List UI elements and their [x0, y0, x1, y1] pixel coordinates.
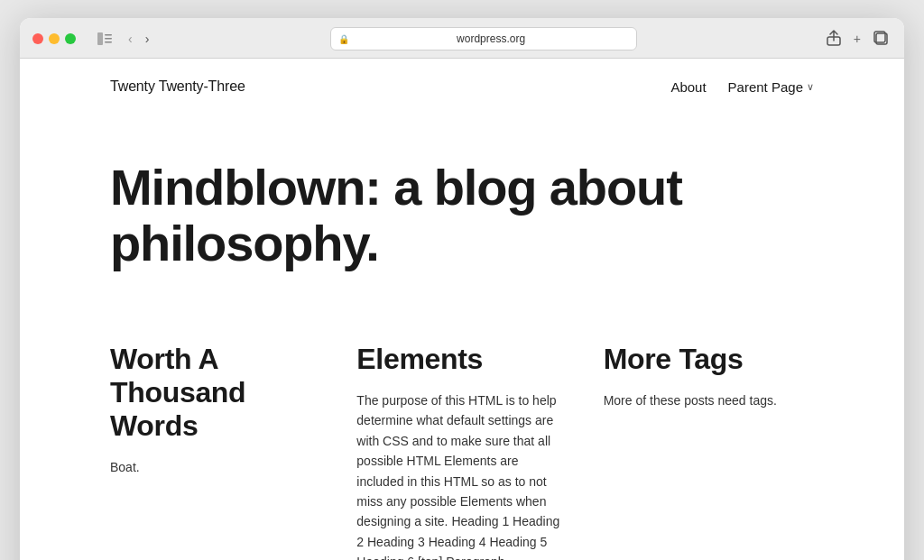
- post-card: Elements The purpose of this HTML is to …: [356, 343, 567, 560]
- browser-actions: +: [823, 28, 892, 50]
- browser-window: ‹ › 🔒 wordpress.org +: [20, 18, 904, 560]
- url-text: wordpress.org: [354, 32, 629, 45]
- close-button[interactable]: [32, 33, 43, 44]
- sidebar-toggle-button[interactable]: [92, 30, 117, 48]
- share-icon[interactable]: [823, 28, 845, 50]
- nav-parent-page-label: Parent Page: [728, 79, 803, 95]
- lock-icon: 🔒: [338, 34, 349, 44]
- hero-section: Mindblown: a blog about philosophy.: [20, 115, 904, 325]
- svg-rect-3: [105, 41, 112, 43]
- site-header: Twenty Twenty-Three About Parent Page ∨: [20, 59, 904, 115]
- hero-title: Mindblown: a blog about philosophy.: [110, 160, 814, 271]
- svg-rect-2: [105, 38, 112, 40]
- post-excerpt: The purpose of this HTML is to help dete…: [356, 390, 567, 560]
- new-tab-icon[interactable]: +: [850, 30, 864, 48]
- post-card: Worth A Thousand Words Boat. October 17,…: [110, 343, 320, 560]
- windows-icon[interactable]: [870, 29, 892, 50]
- site-nav: About Parent Page ∨: [670, 79, 814, 95]
- address-bar-wrapper: 🔒 wordpress.org: [160, 27, 806, 50]
- site-title: Twenty Twenty-Three: [110, 78, 245, 95]
- maximize-button[interactable]: [65, 33, 76, 44]
- browser-chrome: ‹ › 🔒 wordpress.org +: [20, 18, 904, 59]
- back-button[interactable]: ‹: [126, 32, 134, 46]
- address-bar[interactable]: 🔒 wordpress.org: [330, 27, 637, 50]
- svg-rect-0: [97, 32, 103, 45]
- minimize-button[interactable]: [49, 33, 60, 44]
- forward-button[interactable]: ›: [143, 32, 152, 46]
- nav-about[interactable]: About: [670, 79, 706, 95]
- browser-controls: [92, 30, 117, 48]
- nav-parent-page[interactable]: Parent Page ∨: [728, 79, 814, 95]
- site-content: Twenty Twenty-Three About Parent Page ∨ …: [20, 59, 904, 560]
- traffic-lights: [32, 33, 76, 44]
- post-card: More Tags More of these posts need tags.…: [604, 343, 814, 560]
- chevron-down-icon: ∨: [807, 81, 814, 93]
- post-excerpt: More of these posts need tags.: [604, 390, 814, 560]
- post-title[interactable]: Elements: [356, 343, 567, 376]
- post-title[interactable]: Worth A Thousand Words: [110, 343, 320, 442]
- svg-rect-1: [105, 34, 112, 36]
- post-excerpt: Boat.: [110, 457, 320, 560]
- post-title[interactable]: More Tags: [604, 343, 814, 376]
- posts-grid: Worth A Thousand Words Boat. October 17,…: [20, 325, 904, 560]
